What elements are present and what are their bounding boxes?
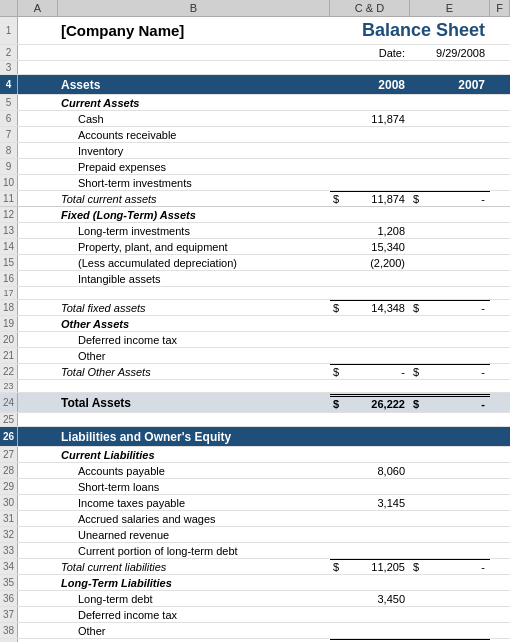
current-liabilities-label: Current Liabilities [58, 448, 330, 462]
row-28: 28 Accounts payable 8,060 [0, 463, 510, 479]
row-num-7: 7 [0, 127, 18, 142]
row-29: 29 Short-term loans [0, 479, 510, 495]
total-current-assets-label: Total current assets [58, 192, 330, 206]
row-num-32: 32 [0, 527, 18, 542]
row-22: 22 Total Other Assets $- $- [0, 364, 510, 380]
col-header-c: C & D [330, 0, 410, 16]
lt-liabilities-label: Long-Term Liabilities [58, 576, 330, 590]
row-2: 2 Date: 9/29/2008 [0, 45, 510, 61]
unearned-rev-label: Unearned revenue [58, 528, 330, 542]
row-4-assets-header: 4 Assets 2008 2007 [0, 75, 510, 95]
lt-inv-2008: 1,208 [330, 224, 410, 238]
col-header-num [0, 0, 18, 16]
row-num-20: 20 [0, 332, 18, 347]
row-num-22: 22 [0, 364, 18, 379]
row-num-11: 11 [0, 191, 18, 206]
assets-label: Assets [58, 77, 330, 93]
total-oa-2008: $- [330, 364, 410, 379]
row-6: 6 Cash 11,874 [0, 111, 510, 127]
accum-dep-2008: (2,200) [330, 256, 410, 270]
row-18: 18 Total fixed assets $14,348 $- [0, 300, 510, 316]
row-34: 34 Total current liabilities $11,205 $- [0, 559, 510, 575]
accrued-sal-label: Accrued salaries and wages [58, 512, 330, 526]
row-num-31: 31 [0, 511, 18, 526]
total-oa-2007: $- [410, 364, 490, 379]
row-21: 21 Other [0, 348, 510, 364]
deferred-tax-asset-label: Deferred income tax [58, 333, 330, 347]
total-cl-label: Total current liabilities [58, 560, 330, 574]
row-26-liabilities-header: 26 Liabilities and Owner's Equity [0, 427, 510, 447]
year-2008-header: 2008 [330, 77, 410, 93]
total-assets-label: Total Assets [58, 395, 330, 411]
row-num-12: 12 [0, 207, 18, 222]
row-num-25: 25 [0, 413, 18, 426]
row-1: 1 [Company Name] Balance Sheet [0, 17, 510, 45]
balance-sheet-title: Balance Sheet [330, 19, 490, 42]
total-ca-2007: $- [410, 191, 490, 206]
row-num-16: 16 [0, 271, 18, 286]
row-37: 37 Deferred income tax [0, 607, 510, 623]
ar-2008 [330, 134, 410, 136]
spreadsheet: A B C & D E F 1 [Company Name] Balance S… [0, 0, 510, 642]
other-assets-label: Other Assets [58, 317, 330, 331]
row-24-total-assets: 24 Total Assets $26,222 $- [0, 393, 510, 413]
total-other-assets-label: Total Other Assets [58, 365, 330, 379]
liabilities-label: Liabilities and Owner's Equity [58, 429, 330, 445]
column-headers: A B C & D E F [0, 0, 510, 17]
cell-2b [58, 52, 330, 54]
cell-2a [18, 52, 58, 54]
row-20: 20 Deferred income tax [0, 332, 510, 348]
total-fixed-2008: $14,348 [330, 300, 410, 315]
year-2007-header: 2007 [410, 77, 490, 93]
row-num-2: 2 [0, 45, 18, 60]
accounts-receivable-label: Accounts receivable [58, 128, 330, 142]
total-fixed-2007: $- [410, 300, 490, 315]
row-9: 9 Prepaid expenses [0, 159, 510, 175]
row-16: 16 Intangible assets [0, 271, 510, 287]
row-38: 38 Other [0, 623, 510, 639]
cell-1f [490, 30, 510, 32]
row-num-34: 34 [0, 559, 18, 574]
row-num-1: 1 [0, 17, 18, 44]
short-term-inv-label: Short-term investments [58, 176, 330, 190]
other-asset-label: Other [58, 349, 330, 363]
col-header-e: F [490, 0, 510, 16]
date-label: Date: [330, 46, 410, 60]
row-num-13: 13 [0, 223, 18, 238]
current-ltd-label: Current portion of long-term debt [58, 544, 330, 558]
row-10: 10 Short-term investments [0, 175, 510, 191]
total-assets-2007: $- [410, 394, 490, 411]
ppe-label: Property, plant, and equipment [58, 240, 330, 254]
row-num-33: 33 [0, 543, 18, 558]
total-ca-2008: $11,874 [330, 191, 410, 206]
row-num-27: 27 [0, 447, 18, 462]
row-36: 36 Long-term debt 3,450 [0, 591, 510, 607]
row-31: 31 Accrued salaries and wages [0, 511, 510, 527]
row-num-6: 6 [0, 111, 18, 126]
row-num-30: 30 [0, 495, 18, 510]
row-num-35: 35 [0, 575, 18, 590]
row-3: 3 [0, 61, 510, 75]
row-num-29: 29 [0, 479, 18, 494]
row-num-17: 17 [0, 287, 18, 299]
row-num-14: 14 [0, 239, 18, 254]
row-12: 12 Fixed (Long-Term) Assets [0, 207, 510, 223]
row-num-21: 21 [0, 348, 18, 363]
ppe-2008: 15,340 [330, 240, 410, 254]
row-num-23: 23 [0, 380, 18, 392]
row-33: 33 Current portion of long-term debt [0, 543, 510, 559]
lt-debt-label: Long-term debt [58, 592, 330, 606]
row-num-36: 36 [0, 591, 18, 606]
row-7: 7 Accounts receivable [0, 127, 510, 143]
prepaid-label: Prepaid expenses [58, 160, 330, 174]
cell-1a [18, 30, 58, 32]
row-25: 25 [0, 413, 510, 427]
row-num-19: 19 [0, 316, 18, 331]
row-num-8: 8 [0, 143, 18, 158]
total-cl-2007: $- [410, 559, 490, 574]
row-30: 30 Income taxes payable 3,145 [0, 495, 510, 511]
row-13: 13 Long-term investments 1,208 [0, 223, 510, 239]
col-header-b: B [58, 0, 330, 16]
lt-inv-label: Long-term investments [58, 224, 330, 238]
row-num-9: 9 [0, 159, 18, 174]
